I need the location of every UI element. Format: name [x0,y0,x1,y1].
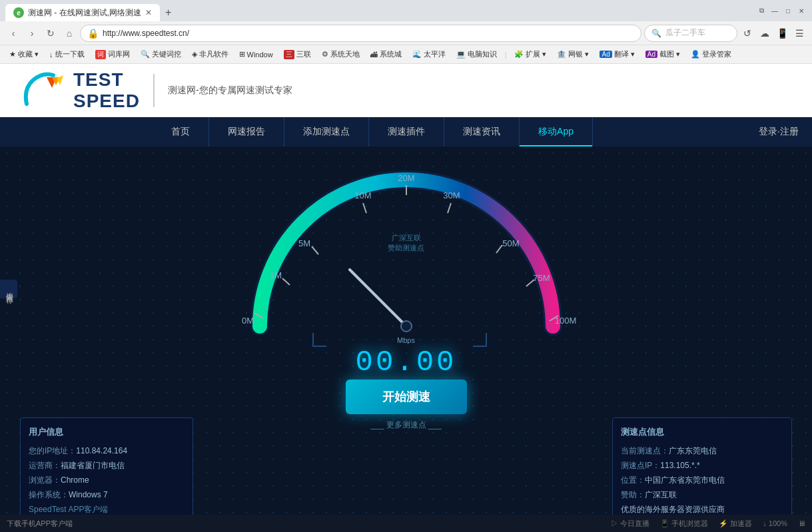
bookmark-systiandi[interactable]: ⚙ 系统天地 [318,48,364,61]
current-label: 当前测速点： [621,446,669,455]
bookmark-dict[interactable]: 词 词库网 [91,48,134,61]
new-tab-button[interactable]: + [160,4,177,21]
bookmark-screenshot[interactable]: Ad 截图 ▾ [641,48,684,61]
maximize-button[interactable]: □ [783,5,793,16]
main-area: 0M 1M 5M 10M 20M 30M [0,146,812,532]
svg-marker-3 [57,75,63,85]
logo-divider [153,74,155,107]
ext-chevron: ▾ [542,50,546,59]
tab-close-button[interactable]: ✕ [145,8,152,17]
node-info-location: 位置：中国广东省东莞市电信 [621,473,783,487]
ip-label: 您的IP地址： [29,446,76,455]
bookmark-label: 登录管家 [702,49,731,59]
svg-text:5M: 5M [298,238,310,248]
live-label[interactable]: ▷ 今日直播 [611,519,649,529]
user-info-panel: 用户信息 您的IP地址：110.84.24.164 运营商：福建省厦门市电信 浏… [20,417,193,525]
isp-value: 福建省厦门市电信 [61,461,125,470]
user-info-isp: 运营商：福建省厦门市电信 [29,458,185,473]
node-sponsor-value: 广深互联 [645,490,677,499]
nav-home[interactable]: 首页 [153,117,209,146]
keyword-icon: 🔍 [141,50,150,59]
bookmark-label: 系统天地 [330,49,360,59]
bookmark-label: Window [247,51,273,59]
bookmark-keyword[interactable]: 🔍 关键词挖 [137,48,185,61]
logo-slogan: 测速网-您的专属网速测试专家 [168,85,292,97]
nav-mobile-app[interactable]: 移动App [520,117,593,146]
start-speed-test-button[interactable]: 开始测速 [346,380,467,414]
bookmark-extension[interactable]: 🧩 扩展 ▾ [510,48,550,61]
nav-report[interactable]: 网速报告 [209,117,284,146]
browser-value: Chrome [61,475,89,485]
node-info-title: 测速点信息 [621,426,783,438]
screenshot-chevron: ▾ [676,50,680,59]
home-button[interactable]: ⌂ [61,25,77,41]
speedometer-svg: 0M 1M 5M 10M 20M 30M [220,153,593,353]
bookmark-download[interactable]: ↓ 统一下载 [45,48,89,61]
more-nodes-link[interactable]: ___ 更多测速点 ___ [370,419,442,431]
search-placeholder: 瓜子二手车 [665,27,705,39]
title-bar: e 测速网 - 在线网速测试,网络测速 ✕ + ⧉ — □ ✕ [0,0,812,21]
cloud-icon[interactable]: ☁ [757,26,772,41]
logo-bottom: SPEED [73,91,140,112]
svg-line-6 [282,278,290,285]
bookmark-login-manager[interactable]: 👤 登录管家 [687,48,735,61]
back-button[interactable]: ‹ [5,25,21,41]
chevron-icon: ▾ [35,50,39,59]
isp-label: 运营商： [29,461,61,470]
translate-icon: Ad [600,51,611,58]
device-icon[interactable]: 📱 [775,26,789,41]
page-content: TEST SPEED 测速网-您的专属网速测试专家 首页 网速报告 添加测速点 … [0,64,812,532]
node-info-current: 当前测速点：广东东莞电信 [621,443,783,458]
svg-text:10M: 10M [354,190,371,200]
bookmark-sanlian[interactable]: 三 三联 [280,48,315,61]
accelerator-label[interactable]: ⚡ 加速器 [719,519,752,529]
bookmark-window[interactable]: ⊞ Window [235,49,277,60]
address-bar[interactable]: 🔒 http://www.speedtest.cn/ [80,25,641,42]
bookmark-collect[interactable]: ★ 收藏 ▾ [5,48,43,61]
mobile-browser-label[interactable]: 📱 手机浏览器 [660,519,708,529]
nav-login[interactable]: 登录·注册 [745,117,812,146]
sidebar-search-panel[interactable]: 搜索推荐 [0,280,17,298]
sponsor-line2: 赞助测速点 [388,243,424,253]
search-bar[interactable]: 🔍 瓜子二手车 [644,25,737,42]
syscity-icon: 🏙 [370,51,378,59]
refresh-button[interactable]: ↻ [43,25,59,41]
page-bottom-bar: 下载手机APP客户端 ▷ 今日直播 📱 手机浏览器 ⚡ 加速器 ↓ 100% 🖥 [0,515,812,532]
bookmark-label: 非凡软件 [199,49,228,59]
bookmark-banking[interactable]: 🏦 网银 ▾ [553,48,593,61]
os-label: 操作系统： [29,490,69,499]
more-nodes-text: 更多测速点 [386,420,426,429]
speed-value: 00.00 [355,346,456,379]
svg-text:75M: 75M [533,273,550,283]
bookmark-syscity[interactable]: 🏙 系统城 [366,48,406,61]
monitor-icon: 🖥 [798,519,805,527]
current-value: 广东东莞电信 [669,446,717,455]
bookmarks-bar: ★ 收藏 ▾ ↓ 统一下载 词 词库网 🔍 关键词挖 ◈ 非凡软件 ⊞ Wind… [0,45,812,64]
bookmark-software[interactable]: ◈ 非凡软件 [188,48,232,61]
nav-add-node[interactable]: 添加测速点 [284,117,369,146]
site-header: TEST SPEED 测速网-您的专属网速测试专家 [0,64,812,117]
node-ip-value: 113.105.*.* [660,461,699,470]
active-tab[interactable]: e 测速网 - 在线网速测试,网络测速 ✕ [5,4,160,21]
logo-area: TEST SPEED 测速网-您的专属网速测试专家 [20,69,292,112]
svg-text:20M: 20M [398,173,414,183]
nav-news[interactable]: 测速资讯 [444,117,520,146]
bookmark-label: 词库网 [108,49,130,59]
nav-items: 首页 网速报告 添加测速点 测速插件 测速资讯 移动App [0,117,745,146]
settings-icon[interactable]: ☰ [792,26,807,41]
close-button[interactable]: ✕ [796,5,807,16]
bookmark-pacific[interactable]: 🌊 太平洋 [408,48,450,61]
minimize-button[interactable]: — [769,5,780,16]
pc-icon: 💻 [456,50,466,59]
user-info-browser: 浏览器：Chrome [29,473,185,487]
svg-line-8 [312,246,318,254]
nav-plugin[interactable]: 测速插件 [369,117,444,146]
bookmark-label: 收藏 [18,49,33,59]
bookmark-pcknowledge[interactable]: 💻 电脑知识 [452,48,501,61]
browser-menu-icon[interactable]: ↺ [740,26,755,41]
browser-frame: e 测速网 - 在线网速测试,网络测速 ✕ + ⧉ — □ ✕ ‹ › ↻ ⌂ … [0,0,812,532]
browser-toolbar: ‹ › ↻ ⌂ 🔒 http://www.speedtest.cn/ 🔍 瓜子二… [0,21,812,45]
forward-button[interactable]: › [24,25,40,41]
pacific-icon: 🌊 [412,50,422,59]
bookmark-translate[interactable]: Ad 翻译 ▾ [596,48,638,61]
